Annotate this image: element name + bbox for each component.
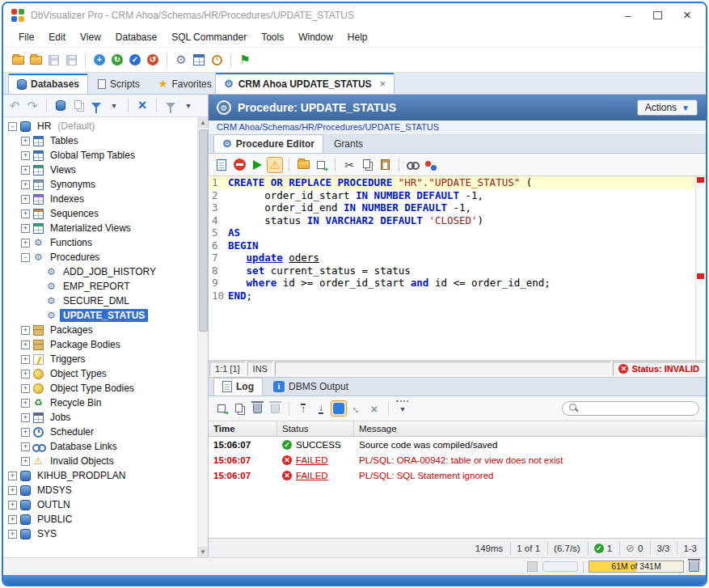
tree-item-object-type-bodies[interactable]: +Object Type Bodies xyxy=(3,381,197,396)
tree-item-package-bodies[interactable]: +Package Bodies xyxy=(3,337,197,352)
tree-item-packages[interactable]: +Packages xyxy=(3,323,197,337)
scroll-top-icon[interactable] xyxy=(295,400,311,417)
tree-item-update-status[interactable]: UPDATE_STATUS xyxy=(3,308,197,323)
menu-database[interactable]: Database xyxy=(108,29,164,45)
tree-expand-toggle[interactable]: + xyxy=(21,239,30,247)
resize-widget[interactable] xyxy=(542,561,578,572)
tree-item-global-temp-tables[interactable]: +Global Temp Tables xyxy=(3,148,197,163)
tree-item-synonyms[interactable]: +Synonyms xyxy=(3,177,197,192)
menu-edit[interactable]: Edit xyxy=(41,29,73,45)
run-flag-icon[interactable] xyxy=(237,52,253,68)
menu-help[interactable]: Help xyxy=(340,29,375,45)
log-search-input[interactable] xyxy=(584,403,702,414)
filter-gray-icon[interactable] xyxy=(162,98,179,114)
code-line[interactable]: 4 status IN VARCHAR2 DEFAULT 'CLOSED') xyxy=(209,214,706,227)
tree-scrollbar[interactable]: ▲ ▼ xyxy=(197,117,208,557)
export-icon[interactable] xyxy=(313,157,329,173)
tree-expand-toggle[interactable]: + xyxy=(8,530,17,539)
log-column-message[interactable]: Message xyxy=(354,421,706,436)
caret-icon[interactable] xyxy=(106,98,122,114)
tree-item-views[interactable]: +Views xyxy=(3,163,197,177)
tree-item-database-links[interactable]: +Database Links xyxy=(3,439,197,454)
tree-expand-toggle[interactable]: + xyxy=(21,195,30,204)
tree-item-procedures[interactable]: -Procedures xyxy=(3,250,197,264)
maximize-button[interactable] xyxy=(653,11,662,19)
scrollbar-thumb[interactable] xyxy=(199,129,208,332)
close-gray-icon[interactable] xyxy=(366,400,382,417)
sidebar-tab-scripts[interactable]: Scripts xyxy=(89,74,149,94)
code-line[interactable]: 8 set current_status = status xyxy=(209,264,706,277)
menu-file[interactable]: File xyxy=(11,29,41,45)
tree-item-recycle-bin[interactable]: +Recycle Bin xyxy=(3,396,197,410)
tree-expand-toggle[interactable]: + xyxy=(21,209,30,218)
log-row[interactable]: 15:06:07✕FAILEDPL/SQL: ORA-00942: table … xyxy=(209,452,706,467)
tab-close-icon[interactable]: × xyxy=(380,78,386,90)
rollback-icon[interactable]: ↺ xyxy=(145,52,161,68)
menu-window[interactable]: Window xyxy=(291,29,340,45)
tree-expand-toggle[interactable]: + xyxy=(21,224,30,233)
tree-expand-toggle[interactable]: + xyxy=(21,442,30,451)
tree-expand-toggle[interactable]: + xyxy=(8,501,17,510)
error-marker[interactable] xyxy=(697,273,704,279)
tab-dbms-output[interactable]: iDBMS Output xyxy=(264,378,357,396)
tree-item-functions[interactable]: +Functions xyxy=(3,235,197,250)
actions-button[interactable]: Actions ▼ xyxy=(637,99,698,116)
tree-expand-toggle[interactable]: + xyxy=(21,151,30,160)
error-marker[interactable] xyxy=(697,177,704,183)
scroll-down-icon[interactable]: ▼ xyxy=(198,547,208,557)
tree-expand-toggle[interactable]: + xyxy=(21,355,30,364)
tree-expand-toggle[interactable]: + xyxy=(21,428,30,437)
disconnect-icon[interactable] xyxy=(134,98,150,114)
log-row[interactable]: 15:06:07✕FAILEDPL/SQL: SQL Statement ign… xyxy=(209,467,706,483)
filter-icon[interactable] xyxy=(88,98,104,114)
tools-icon[interactable] xyxy=(173,52,189,68)
caret-menu-icon[interactable] xyxy=(395,400,411,417)
tree-item-public[interactable]: +PUBLIC xyxy=(3,512,197,527)
paste-icon[interactable] xyxy=(377,157,393,173)
warning-icon[interactable] xyxy=(267,157,283,173)
nav-back-icon[interactable] xyxy=(6,98,23,114)
tree-item-hr[interactable]: -HR(Default) xyxy=(3,119,197,133)
code-line[interactable]: 1CREATE OR REPLACE PROCEDURE "HR"."UPDAT… xyxy=(209,176,706,189)
reconnect-icon[interactable]: ↻ xyxy=(109,52,125,68)
tab-log[interactable]: Log xyxy=(213,378,263,396)
sidebar-tab-favorites[interactable]: ★Favorites xyxy=(150,74,221,94)
menu-sql-commander[interactable]: SQL Commander xyxy=(164,29,254,45)
tree-item-emp-report[interactable]: EMP_REPORT xyxy=(3,279,197,294)
object-tab[interactable]: ⚙ CRM Ahoa UPDATE_STATUS × xyxy=(215,73,395,94)
log-column-status[interactable]: Status xyxy=(277,421,354,436)
connect-icon[interactable]: + xyxy=(91,52,108,68)
menu-view[interactable]: View xyxy=(73,29,108,45)
tree-item-sys[interactable]: +SYS xyxy=(3,527,197,541)
tree-expand-toggle[interactable]: + xyxy=(21,137,30,146)
minimize-button[interactable]: – xyxy=(621,9,635,22)
tree-item-kihub-prodplan[interactable]: +KIHUB_PRODPLAN xyxy=(3,468,197,483)
trash-icon[interactable] xyxy=(249,400,265,417)
commit-icon[interactable]: ✓ xyxy=(127,52,143,68)
edit-doc-icon[interactable] xyxy=(213,157,230,173)
sql-editor[interactable]: 1CREATE OR REPLACE PROCEDURE "HR"."UPDAT… xyxy=(209,176,706,361)
tab-procedure-editor[interactable]: ⚙Procedure Editor xyxy=(213,134,323,153)
code-line[interactable]: 5AS xyxy=(209,226,706,239)
copy-conn-icon[interactable] xyxy=(70,98,87,114)
log-search[interactable] xyxy=(562,401,699,416)
code-line[interactable]: 6BEGIN xyxy=(209,239,706,252)
tree-expand-toggle[interactable]: + xyxy=(21,341,30,349)
sidebar-tab-databases[interactable]: Databases xyxy=(8,74,88,94)
preview-icon[interactable] xyxy=(405,157,421,173)
tree-expand-toggle[interactable]: + xyxy=(21,384,30,393)
scroll-bottom-icon[interactable] xyxy=(313,400,329,417)
connect-db-icon[interactable] xyxy=(53,98,69,114)
tree-item-object-types[interactable]: +Object Types xyxy=(3,366,197,381)
save-all-icon[interactable] xyxy=(63,52,79,68)
tree-item-jobs[interactable]: +Jobs xyxy=(3,410,197,425)
close-button[interactable]: × xyxy=(680,7,694,23)
tree-expand-toggle[interactable]: + xyxy=(21,413,30,422)
log-row[interactable]: 15:06:07✓SUCCESSSource code was compiled… xyxy=(209,437,706,452)
fit-icon[interactable] xyxy=(348,400,365,417)
tree-item-outln[interactable]: +OUTLN xyxy=(3,497,197,512)
history-icon[interactable] xyxy=(209,52,225,68)
tree-expand-toggle[interactable]: + xyxy=(8,515,17,524)
tree-item-scheduler[interactable]: +Scheduler xyxy=(3,425,197,439)
save-icon[interactable] xyxy=(45,52,61,68)
